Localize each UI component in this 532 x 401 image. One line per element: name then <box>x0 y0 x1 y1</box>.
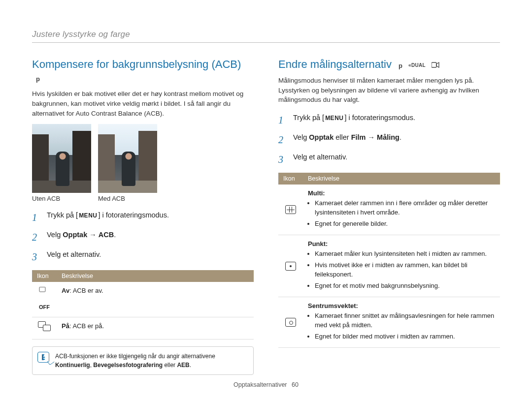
breadcrumb: Justere lysstyrke og farge <box>32 30 500 43</box>
step-text: Velg Opptak → ACB. <box>47 230 116 241</box>
step-text: Velg et alternativ. <box>293 152 347 163</box>
multi-icon <box>278 185 303 235</box>
photo-before-block: Uten ACB <box>32 124 91 202</box>
mode-dual-icon: «DUAL <box>408 62 426 69</box>
table-row: Sentrumsvektet: Kameraet finner snittet … <box>278 297 500 347</box>
svg-rect-0 <box>432 62 436 67</box>
note-text: ACB-funksjonen er ikke tilgjengelig når … <box>55 353 215 369</box>
photo-after <box>98 124 157 193</box>
label: Sentrumsvektet: <box>308 302 358 309</box>
acb-title: Kompensere for bakgrunnsbelysning (ACB) … <box>32 58 254 85</box>
step-text: ] i fotorateringsmodus. <box>98 211 168 219</box>
photo-after-block: Med ACB <box>98 124 157 202</box>
menu-key-icon: MENU <box>324 115 344 122</box>
photo-before-caption: Uten ACB <box>32 195 91 202</box>
label: Punkt: <box>308 240 328 247</box>
metering-step-2: 2 Velg Opptak eller Film → Måling. <box>278 132 500 147</box>
table-row: OFF Av: ACB er av. <box>32 282 254 317</box>
multi-desc: Multi: Kameraet deler rammen inn i flere… <box>303 185 500 235</box>
col-desc: Beskrivelse <box>57 270 254 282</box>
acb-steps: 1 Trykk på [MENU] i fotorateringsmodus. … <box>32 210 254 264</box>
step-number: 3 <box>278 152 287 167</box>
page-number: 60 <box>292 381 299 388</box>
acb-step-3: 3 Velg et alternativ. <box>32 249 254 264</box>
page-footer: Opptaksalternativer 60 <box>0 381 532 388</box>
step-number: 2 <box>278 132 287 147</box>
acb-step-2: 2 Velg Opptak → ACB. <box>32 230 254 245</box>
acb-title-text: Kompensere for bakgrunnsbelysning (ACB) <box>32 58 241 70</box>
spot-desc: Punkt: Kameraet måler kun lysintensitete… <box>303 235 500 297</box>
metering-step-3: 3 Velg et alternativ. <box>278 152 500 167</box>
col-icon: Ikon <box>278 173 303 185</box>
step-number: 2 <box>32 230 41 245</box>
mode-p-icon: p <box>36 75 40 83</box>
step-text: ] i fotorateringsmodus. <box>344 114 415 122</box>
acb-note: ACB-funksjonen er ikke tilgjengelig når … <box>32 346 254 375</box>
bullet: Kameraet måler kun lysintensiteten helt … <box>315 249 495 259</box>
metering-title: Endre målingsalternativ p «DUAL <box>278 58 500 72</box>
metering-title-text: Endre målingsalternativ <box>278 58 392 70</box>
comparison-photos: Uten ACB Med ACB <box>32 124 254 202</box>
step-number: 1 <box>32 210 41 225</box>
photo-after-caption: Med ACB <box>98 195 157 202</box>
center-weighted-icon <box>278 297 303 347</box>
center-desc: Sentrumsvektet: Kameraet finner snittet … <box>303 297 500 347</box>
bullet: Egnet for et motiv med bakgrunnsbelysnin… <box>315 281 495 291</box>
manual-page: Justere lysstyrke og farge Kompensere fo… <box>0 0 532 401</box>
bullet: Egnet for bilder med motiver i midten av… <box>315 332 495 341</box>
bullet: Hvis motivet ikke er i midten av rammen,… <box>315 261 495 279</box>
metering-step-1: 1 Trykk på [MENU] i fotorateringsmodus. <box>278 113 500 127</box>
menu-key-icon: MENU <box>78 212 98 219</box>
col-desc: Beskrivelse <box>303 173 500 185</box>
acb-on-desc: På: ACB er på. <box>57 317 254 339</box>
note-icon <box>37 352 49 363</box>
step-text: Velg Opptak eller Film → Måling. <box>293 132 401 143</box>
footer-section: Opptaksalternativer <box>233 381 287 388</box>
spot-icon <box>278 235 303 297</box>
metering-intro: Målingsmodus henviser til måten kameraet… <box>278 76 500 105</box>
col-icon: Ikon <box>32 270 57 282</box>
acb-step-1: 1 Trykk på [MENU] i fotorateringsmodus. <box>32 210 254 225</box>
step-text: Trykk på [ <box>293 114 324 122</box>
metering-options-table: Ikon Beskrivelse Multi: Kameraet deler r… <box>278 173 500 348</box>
acb-title-badges: p <box>36 72 43 86</box>
table-row: Punkt: Kameraet måler kun lysintensitete… <box>278 235 500 297</box>
metering-title-badges: p «DUAL <box>399 58 442 72</box>
step-text: Velg et alternativ. <box>47 249 101 260</box>
content-columns: Kompensere for bakgrunnsbelysning (ACB) … <box>32 58 500 375</box>
bullet: Kameraet finner snittet av målingsavlesn… <box>315 311 495 330</box>
mode-movie-icon <box>432 62 439 70</box>
mode-p-icon: p <box>399 62 402 70</box>
metering-steps: 1 Trykk på [MENU] i fotorateringsmodus. … <box>278 113 500 167</box>
photo-before <box>32 124 91 193</box>
label: Multi: <box>308 189 325 197</box>
acb-intro: Hvis lyskilden er bak motivet eller det … <box>32 89 254 118</box>
right-column: Endre målingsalternativ p «DUAL Målingsm… <box>278 58 500 375</box>
acb-options-table: Ikon Beskrivelse OFF Av: ACB er av. På: … <box>32 270 254 339</box>
table-row: På: ACB er på. <box>32 317 254 339</box>
step-number: 3 <box>32 249 41 264</box>
bullet: Egnet for generelle bilder. <box>315 219 495 229</box>
step-text: Trykk på [ <box>47 211 78 219</box>
step-number: 1 <box>278 113 287 127</box>
acb-on-icon <box>32 317 57 339</box>
table-row: Multi: Kameraet deler rammen inn i flere… <box>278 185 500 235</box>
acb-off-desc: Av: ACB er av. <box>57 282 254 317</box>
bullet: Kameraet deler rammen inn i flere område… <box>315 199 495 217</box>
acb-off-icon: OFF <box>32 282 57 317</box>
left-column: Kompensere for bakgrunnsbelysning (ACB) … <box>32 58 254 375</box>
